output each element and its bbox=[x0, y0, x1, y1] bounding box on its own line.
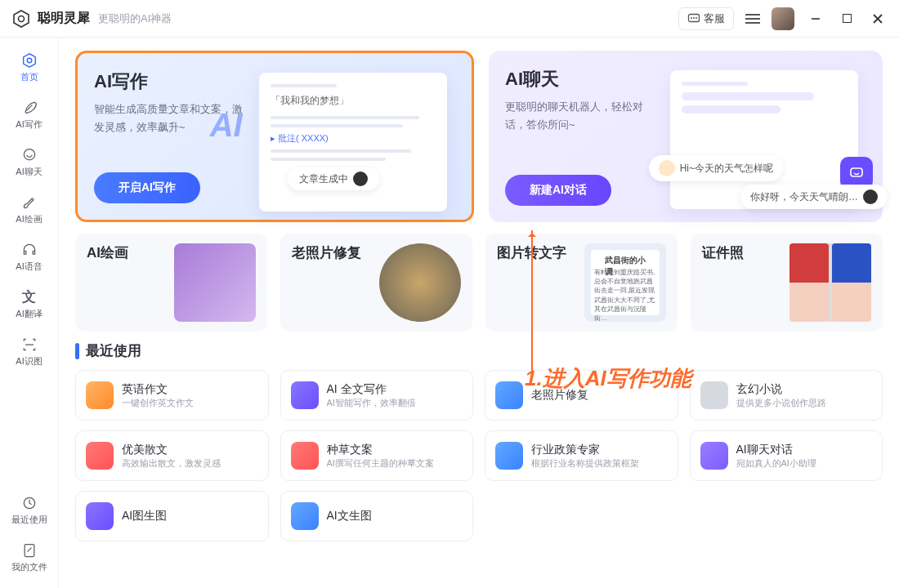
sidebar-item-label: 首页 bbox=[20, 71, 38, 83]
feature-paint[interactable]: AI绘画 bbox=[75, 234, 267, 332]
hamburger-icon bbox=[745, 18, 760, 20]
recent-card[interactable]: AI图生图 bbox=[75, 491, 269, 541]
menu-button[interactable] bbox=[745, 18, 760, 20]
card-title: AI图生图 bbox=[122, 509, 167, 523]
svg-point-3 bbox=[691, 17, 692, 19]
feature-title: 老照片修复 bbox=[292, 243, 361, 262]
feature-title: AI绘画 bbox=[87, 243, 128, 262]
new-chat-button[interactable]: 新建AI对话 bbox=[505, 175, 611, 206]
hero-writing-card[interactable]: AI写作 智能生成高质量文章和文案，激发灵感，效率飙升~ 开启AI写作 AI 「… bbox=[75, 51, 474, 222]
svg-marker-9 bbox=[23, 53, 35, 67]
card-subtitle: 根据行业名称提供政策框架 bbox=[531, 457, 639, 470]
sidebar-item-label: AI翻译 bbox=[16, 308, 42, 320]
card-icon bbox=[86, 442, 114, 470]
sidebar-item-translate[interactable]: 文 AI翻译 bbox=[5, 283, 54, 325]
sidebar-item-label: AI写作 bbox=[16, 118, 42, 131]
doc-mockup: 「我和我的梦想」 ▸ 批注( XXXX) bbox=[259, 73, 447, 212]
feature-thumb bbox=[379, 243, 461, 322]
recent-card[interactable]: 玄幻小说 提供更多小说创作思路 bbox=[690, 370, 883, 421]
emoji-avatar-icon bbox=[659, 160, 675, 176]
ai-glow-text: AI bbox=[210, 107, 243, 144]
close-button[interactable] bbox=[868, 9, 888, 29]
sidebar-item-home[interactable]: 首页 bbox=[5, 46, 54, 88]
sidebar-item-paint[interactable]: AI绘画 bbox=[5, 188, 54, 230]
recent-grid: 英语作文 一键创作英文作文 AI 全文写作 AI智能写作，效率翻倍 老照片修复 … bbox=[75, 370, 883, 541]
card-icon bbox=[495, 442, 523, 470]
hero-chat-desc: 更聪明的聊天机器人，轻松对话，答你所问~ bbox=[505, 98, 657, 134]
sidebar-item-recent[interactable]: 最近使用 bbox=[5, 488, 54, 531]
section-accent-bar bbox=[75, 343, 79, 359]
recent-card[interactable]: AI聊天对话 宛如真人的AI小助理 bbox=[690, 430, 883, 481]
card-icon bbox=[291, 381, 319, 409]
card-title: AI文生图 bbox=[327, 509, 372, 523]
card-icon bbox=[291, 442, 319, 470]
sidebar-item-label: AI语音 bbox=[16, 261, 42, 273]
chat-bubble-reply: 你好呀，今天天气晴朗… bbox=[740, 185, 888, 209]
hero-chat-card[interactable]: AI聊天 更聪明的聊天机器人，轻松对话，答你所问~ 新建AI对话 bbox=[489, 51, 883, 222]
card-icon bbox=[86, 502, 114, 530]
svg-point-4 bbox=[693, 17, 695, 19]
generating-chip: 文章生成中 bbox=[288, 167, 379, 190]
card-title: 行业政策专家 bbox=[531, 443, 639, 457]
support-button[interactable]: 客服 bbox=[678, 7, 734, 30]
card-title: 优美散文 bbox=[122, 443, 221, 457]
card-title: AI聊天对话 bbox=[736, 443, 816, 457]
start-writing-button[interactable]: 开启AI写作 bbox=[94, 172, 200, 203]
annotation-text: 1.进入AI写作功能 bbox=[525, 364, 691, 393]
card-icon bbox=[86, 381, 114, 409]
card-title: 种草文案 bbox=[327, 443, 434, 457]
sidebar-item-files[interactable]: 我的文件 bbox=[5, 536, 54, 578]
doc-mock-note: ▸ 批注( XXXX) bbox=[271, 132, 436, 145]
translate-char-icon: 文 bbox=[20, 288, 38, 306]
card-icon bbox=[291, 502, 319, 530]
headphones-icon bbox=[20, 241, 38, 259]
recent-card[interactable]: AI 全文写作 AI智能写作，效率翻倍 bbox=[280, 370, 474, 421]
scan-icon bbox=[20, 336, 38, 354]
chat-bubble-user: Hi~今天的天气怎样呢 bbox=[649, 155, 783, 181]
card-icon bbox=[700, 442, 728, 470]
card-subtitle: AI撰写任何主题的种草文案 bbox=[327, 457, 434, 470]
sidebar-item-ocr[interactable]: AI识图 bbox=[5, 330, 54, 372]
recent-card[interactable]: 英语作文 一键创作英文作文 bbox=[75, 370, 269, 421]
feature-idphoto[interactable]: 证件照 bbox=[691, 234, 883, 332]
recent-card[interactable]: 种草文案 AI撰写任何主题的种草文案 bbox=[280, 430, 474, 481]
minimize-button[interactable] bbox=[806, 9, 825, 29]
card-icon bbox=[700, 381, 728, 409]
recent-card[interactable]: 优美散文 高效输出散文，激发灵感 bbox=[75, 430, 269, 481]
sidebar-item-writing[interactable]: AI写作 bbox=[5, 93, 54, 136]
card-title: AI 全文写作 bbox=[327, 382, 416, 397]
svg-marker-0 bbox=[14, 11, 29, 27]
hero-writing-title: AI写作 bbox=[94, 69, 246, 94]
recent-heading: 最近使用 bbox=[86, 341, 141, 360]
sidebar-item-label: 我的文件 bbox=[11, 561, 47, 573]
home-hex-icon bbox=[20, 51, 38, 69]
card-subtitle: 一键创作英文作文 bbox=[122, 397, 194, 409]
feature-restore[interactable]: 老照片修复 bbox=[280, 234, 472, 332]
app-tagline: 更聪明的AI神器 bbox=[98, 11, 172, 26]
sidebar-item-voice[interactable]: AI语音 bbox=[5, 235, 54, 278]
sidebar-item-chat[interactable]: AI聊天 bbox=[5, 140, 54, 183]
titlebar: 聪明灵犀 更聪明的AI神器 客服 bbox=[0, 0, 899, 38]
square-icon bbox=[843, 14, 852, 23]
hero-chat-title: AI聊天 bbox=[505, 67, 657, 91]
maximize-button[interactable] bbox=[837, 9, 857, 29]
recent-card[interactable]: AI文生图 bbox=[280, 491, 474, 541]
feature-ocr[interactable]: 图片转文字 武昌街的小调 有时候到重庆路买书,总会不自觉地跑武昌街去走一回,最近… bbox=[485, 234, 678, 332]
app-logo-icon bbox=[11, 9, 31, 29]
history-icon bbox=[20, 494, 38, 512]
card-title: 英语作文 bbox=[122, 382, 194, 397]
feature-thumb: 武昌街的小调 有时候到重庆路买书,总会不自觉地跑武昌街去走一回,最近发现武昌街大… bbox=[584, 243, 666, 322]
app-name: 聪明灵犀 bbox=[38, 10, 90, 27]
card-title: 玄幻小说 bbox=[736, 382, 826, 397]
svg-point-1 bbox=[19, 16, 25, 21]
chat-dots-icon bbox=[687, 12, 700, 25]
annotation-arrow bbox=[531, 230, 533, 372]
user-avatar[interactable] bbox=[772, 7, 794, 30]
sidebar-item-label: AI聊天 bbox=[16, 166, 42, 178]
hex-badge-icon bbox=[863, 189, 878, 204]
recent-card[interactable]: 行业政策专家 根据行业名称提供政策框架 bbox=[485, 430, 678, 481]
svg-rect-14 bbox=[851, 168, 862, 176]
card-icon bbox=[495, 381, 523, 409]
card-subtitle: AI智能写作，效率翻倍 bbox=[327, 397, 416, 409]
card-subtitle: 宛如真人的AI小助理 bbox=[736, 457, 816, 470]
